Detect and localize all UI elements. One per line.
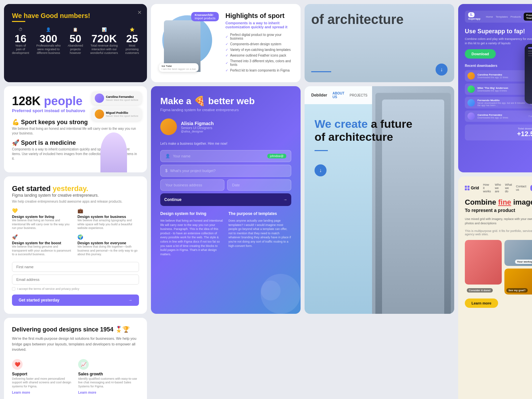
superapp-navbar: S. Superapp Home Templates Products Free… xyxy=(465,11,532,23)
name-input-display[interactable]: 👤 Your name johndoe@ xyxy=(160,150,291,162)
grid-navbar: Grid How it works Who we are What we do … xyxy=(465,183,532,193)
agency-down-button[interactable]: ↓ xyxy=(315,164,327,176)
downloader-1: Carolina Fernandez Downloaded the app 12… xyxy=(465,70,532,82)
download-button[interactable]: Download xyxy=(465,49,496,59)
email-input[interactable] xyxy=(12,275,139,285)
grid-logo: Grid xyxy=(465,186,479,190)
avatar-carolina-name: Carolina Fernandez xyxy=(106,95,138,99)
arch-line xyxy=(311,71,331,72)
download-count-section: Total downloads +12.5K xyxy=(465,124,532,140)
sport-feature-1: ✓Perfect digital product to grow your bu… xyxy=(225,33,293,40)
feat-support: ❤️ Support Delivering faster and more pe… xyxy=(12,359,73,394)
date-input-display[interactable]: Date xyxy=(227,179,291,191)
krassavchik-badge: Krassavchik!Import products xyxy=(191,12,219,21)
avatar-miguel: Miguel Podrillio Never tried the sport b… xyxy=(91,107,142,121)
architecture-text: of architecture xyxy=(311,11,404,27)
stat-customers: ⭐ 25 Most promising customers xyxy=(125,27,139,55)
agency-nav-about[interactable]: ABOUT US xyxy=(332,92,344,99)
downloader-name-2: Mike 'The Big' Anderson xyxy=(477,87,508,90)
col-purpose-title: The purpose of templates xyxy=(228,211,291,216)
agency-logo: Debilder xyxy=(311,93,327,98)
firstname-input[interactable] xyxy=(12,262,139,272)
stat-years-value: 16 xyxy=(12,33,29,44)
date-placeholder: Date xyxy=(232,183,240,187)
good-numbers-card: We have Good numbers! ⏱ 16 Years of pain… xyxy=(4,4,147,82)
sales-icon: 📈 xyxy=(78,359,89,370)
superapp-logo: S. Superapp xyxy=(468,13,483,20)
img-office: Your workspace xyxy=(504,240,532,266)
grid-nav-contact[interactable]: Contact us xyxy=(516,185,526,191)
arch-down-button[interactable]: ↓ xyxy=(436,64,448,76)
learn-more-support[interactable]: Learn more xyxy=(12,391,73,394)
grid-nav-what[interactable]: What we do xyxy=(505,183,512,193)
profile-role: Seniors UI Designers xyxy=(181,126,214,130)
grid-nav-how[interactable]: How it works xyxy=(483,183,491,193)
grid-sign-button[interactable]: Sign xyxy=(530,185,532,191)
delivering-features: ❤️ Support Delivering faster and more pe… xyxy=(12,359,139,399)
downloader-name-1: Carolina Fernandez xyxy=(477,73,508,76)
avatar-miguel-name: Miguel Podrillio xyxy=(106,111,138,114)
stat-years-label: Years of pain of development xyxy=(12,44,29,55)
grid-combine-card: Grid How it works Who we are What we do … xyxy=(458,176,532,399)
budget-input-display[interactable]: $ What's your project budget? xyxy=(160,165,291,177)
profile-area: Alisia Figmach Seniors UI Designers @ali… xyxy=(160,118,291,135)
ds-everyone-title: Design system for everyone xyxy=(77,241,139,245)
terms-checkbox[interactable] xyxy=(12,287,15,291)
arrow-icon: → xyxy=(283,197,287,202)
ice-tube-badge: Ice TubeI am the best rapper on a bar xyxy=(159,63,199,72)
ds-business-desc: We believe that amazing typography and w… xyxy=(77,219,139,230)
lipstick-label: Consider it done! xyxy=(467,288,493,293)
close-icon[interactable]: ✕ xyxy=(137,9,142,16)
superapp-nav-products[interactable]: Products xyxy=(510,15,521,18)
grid-nav-who[interactable]: Who we are xyxy=(495,183,501,193)
ds-living: 💛 Design system for living We believe th… xyxy=(12,208,73,230)
superapp-free-trial-button[interactable]: Free Trial xyxy=(524,13,532,21)
agency-hero-title: We create a future xyxy=(315,117,444,130)
superapp-nav-templates[interactable]: Templates xyxy=(496,15,508,18)
image-grid: Consider it done! Your workspace See my … xyxy=(465,240,532,294)
continue-button[interactable]: Continue → xyxy=(160,193,291,206)
downloader-avatar-3 xyxy=(467,99,475,106)
sport-figure-illustration xyxy=(100,132,127,172)
col-purpose: The purpose of templates Does anyone act… xyxy=(228,211,291,256)
sport-feature-2: ✓Components-driven design system xyxy=(225,42,293,46)
passion-label: See my goal? xyxy=(506,288,528,293)
128k-number: 128K people xyxy=(12,94,82,108)
avatar-carolina-sub: Never tried the sport before xyxy=(106,99,138,101)
stat-projects-label: Abandoned projects however xyxy=(68,44,83,55)
downloader-sub-3: Never downloaded this app. but are 8 min… xyxy=(477,102,528,106)
get-started-button[interactable]: Get started yesterday → xyxy=(12,295,139,306)
highlights-sport-subtitle: Components is a way to inherit customiza… xyxy=(225,21,293,29)
feat-sales: 📈 Sales growth Identify qualified custom… xyxy=(78,359,139,394)
highlights-sport-title: Highlights of sport xyxy=(225,12,293,20)
ds-boost: 🚀 Design system for the boost We believe… xyxy=(12,234,73,257)
deco-blob-2 xyxy=(261,281,281,300)
bio-text: Let's make a business together. Hire me … xyxy=(160,142,291,145)
gold-divider xyxy=(12,21,25,22)
we-create-text: We create xyxy=(315,117,368,130)
arrow-down-icon: ↓ xyxy=(319,167,322,173)
combine-desc: Use mixed grid with imagery, replace wit… xyxy=(465,217,532,225)
sport-feature-4: ✓Awesome outlined Feather icons pack xyxy=(225,54,293,57)
arrow-down-icon: ↓ xyxy=(440,67,443,73)
superapp-card: S. Superapp Home Templates Products Free… xyxy=(458,4,532,172)
address-input-display[interactable]: Your business address xyxy=(160,179,224,191)
img-lipstick: Consider it done! xyxy=(465,240,502,294)
delivering-card: Delivering good designs since 1954 🎖️🏆 W… xyxy=(4,318,147,399)
passion-image: See my goal? xyxy=(504,269,532,295)
learn-more-sales[interactable]: Learn more xyxy=(78,391,139,394)
phone-screen xyxy=(525,44,532,104)
feature-desc-strong: We believe that living an honest and int… xyxy=(12,126,139,136)
col-living-title: Design system for living xyxy=(160,211,223,216)
agency-nav-projects[interactable]: PROJECTS xyxy=(350,94,367,97)
avatar-carolina: Carolina Fernandez Never tried the sport… xyxy=(91,92,142,105)
sport-image-area: Krassavchik!Import products Ice TubeI am… xyxy=(159,12,219,72)
better-web-subtitle: Figma landing system for creative entrep… xyxy=(160,108,291,112)
learn-more-button[interactable]: Learn more xyxy=(465,299,498,308)
superapp-nav-home[interactable]: Home xyxy=(486,15,493,18)
good-numbers-title: We have Good numbers! xyxy=(12,12,139,20)
ds-living-title: Design system for living xyxy=(12,215,73,219)
name-placeholder: Your name xyxy=(173,154,191,158)
design-systems-grid: 💛 Design system for living We believe th… xyxy=(12,208,139,257)
stat-customers-value: 25 xyxy=(125,33,139,44)
